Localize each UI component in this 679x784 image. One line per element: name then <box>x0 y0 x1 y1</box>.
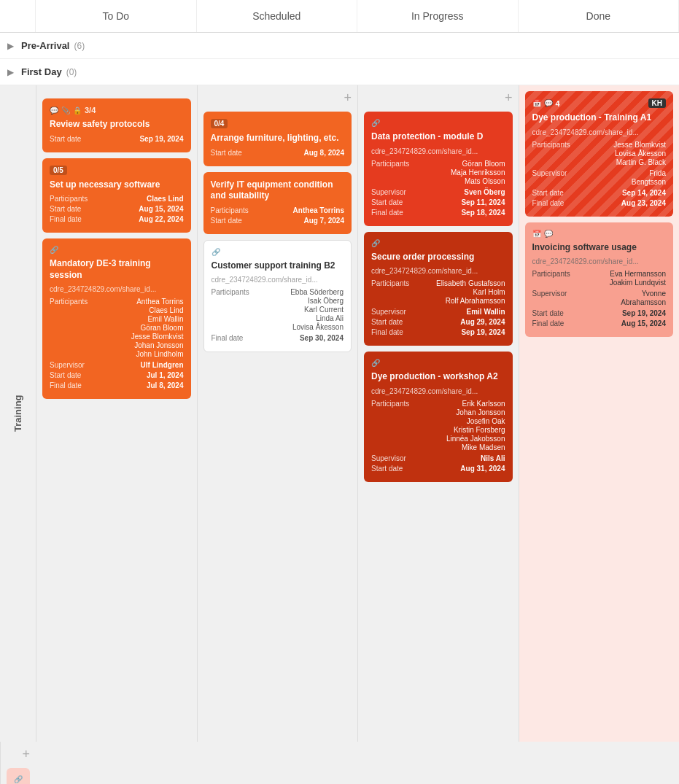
start-value-5: Aug 7, 2024 <box>303 217 344 225</box>
card-icons-4: 0/4 <box>211 119 345 128</box>
kh-badge: KH <box>648 98 666 108</box>
supervisor-label-7: Supervisor <box>371 188 406 196</box>
progress-badge: 0/5 <box>50 166 67 175</box>
card-final-row-8: Final date Sep 19, 2024 <box>371 328 505 336</box>
participants-label-5: Participants <box>211 206 249 214</box>
supervisor-value-10: FridaBengtsson <box>632 169 666 187</box>
participants-label-7: Participants <box>371 160 409 168</box>
card-title-5: Verify IT equipment condition and suitab… <box>211 179 345 202</box>
start-value-4: Aug 8, 2024 <box>303 149 344 157</box>
start-label-5: Start date <box>211 217 242 225</box>
card-arrange-furniture[interactable]: 0/4 Arrange furniture, lighting, etc. St… <box>203 112 352 166</box>
card-url-3: cdre_234724829.com/share_id... <box>50 285 184 293</box>
chat-icon-11: 💬 <box>544 230 553 238</box>
card-final-row-7: Final date Sep 18, 2024 <box>371 209 505 217</box>
header-in-progress: In Progress <box>357 0 519 32</box>
card-participants-row-7: Participants Göran BloomMaja HenrikssonM… <box>371 160 505 186</box>
card-title-8: Secure order processing <box>371 252 505 263</box>
card-icons-12: 🔗 <box>14 775 23 783</box>
card-icons-2: 0/5 <box>50 166 184 175</box>
card-dgw-workshop-1[interactable]: 🔗 DGW-system workshop C cdre_234724829.c… <box>7 768 30 784</box>
card-supervisor-row-11: Supervisor YvonneAbrahamsson <box>532 290 667 307</box>
section-first-day-count: (0) <box>66 67 77 77</box>
final-value-11: Aug 15, 2024 <box>621 319 666 327</box>
card-icons-8: 🔗 <box>371 239 505 247</box>
card-final-row-10: Final date Aug 23, 2024 <box>532 199 667 207</box>
final-value-10: Aug 23, 2024 <box>621 199 666 207</box>
participants-label: Participants <box>50 195 88 203</box>
card-mandatory-de3[interactable]: 🔗 Mandatory DE-3 training session cdre_2… <box>42 238 191 399</box>
start-label-11: Start date <box>532 309 564 317</box>
chevron-right-icon: ▶ <box>7 41 14 51</box>
card-start-row-4: Start date Aug 8, 2024 <box>211 149 345 157</box>
card-title-11: Invoicing software usage <box>532 242 667 254</box>
final-label-10: Final date <box>532 199 564 207</box>
card-verify-it[interactable]: Verify IT equipment condition and suitab… <box>203 172 352 234</box>
card-supervisor-row-10: Supervisor FridaBengtsson <box>532 169 667 187</box>
card-invoicing[interactable]: 📅 💬 Invoicing software usage cdre_234724… <box>525 222 674 338</box>
supervisor-value-3: Ulf Lindgren <box>141 361 184 369</box>
supervisor-label-8: Supervisor <box>371 308 406 316</box>
progress-icon: 🔒 <box>73 106 82 115</box>
card-data-protection[interactable]: 🔗 Data protection - module D cdre_234724… <box>364 112 513 226</box>
final-label-8: Final date <box>371 328 403 336</box>
section-first-day[interactable]: ▶ First Day (0) <box>0 59 679 85</box>
start-value-2: Aug 15, 2024 <box>139 205 183 213</box>
card-participants-row-3: Participants Anthea TorrinsClaes LindEmi… <box>50 298 184 359</box>
start-value-8: Aug 29, 2024 <box>460 318 505 326</box>
link-icon-6: 🔗 <box>212 248 220 256</box>
card-icons-9: 🔗 <box>371 359 505 367</box>
card-title-2: Set up necessary software <box>50 179 184 191</box>
card-title-4: Arrange furniture, lighting, etc. <box>211 133 345 144</box>
card-supervisor-row-3: Supervisor Ulf Lindgren <box>50 361 184 369</box>
participants-list-8: Elisabeth GustafssonKarl HolmRolf Abraha… <box>436 279 505 306</box>
participants-label-9: Participants <box>371 400 409 408</box>
add-done-button[interactable]: + <box>22 748 30 761</box>
card-start-row-10: Start date Sep 14, 2024 <box>532 189 667 197</box>
card-dye-production-a1[interactable]: 📅 💬 4 KH Dye production - Training A1 cd… <box>525 91 674 217</box>
done-col-header: + <box>7 748 30 761</box>
card-supervisor-row-8: Supervisor Emil Wallin <box>371 308 505 316</box>
final-label-11: Final date <box>532 319 564 327</box>
start-value-3: Jul 1, 2024 <box>147 371 184 379</box>
card-supervisor-row-9: Supervisor Nils Ali <box>371 454 505 462</box>
card-dye-production-a2[interactable]: 🔗 Dye production - workshop A2 cdre_2347… <box>364 352 513 482</box>
start-label-4: Start date <box>211 149 242 157</box>
add-todo2-button[interactable]: + <box>344 91 352 104</box>
participants-list-3: Anthea TorrinsClaes LindEmil Wallin Göra… <box>131 298 184 359</box>
section-pre-arrival[interactable]: ▶ Pre-Arrival (6) <box>0 33 679 59</box>
start-label-9: Start date <box>371 465 403 473</box>
card-setup-software[interactable]: 0/5 Set up necessary software Participan… <box>42 158 191 233</box>
link-icon-7: 🔗 <box>371 119 380 127</box>
supervisor-value-9: Nils Ali <box>481 454 505 462</box>
card-start-row-9: Start date Aug 31, 2024 <box>371 465 505 473</box>
todo-col2-header: + <box>203 91 352 104</box>
participants-list-10: Jesse BlomkvistLovisa ÅkessonMartin G. B… <box>613 141 666 167</box>
card-customer-support[interactable]: 🔗 Customer support training B2 cdre_2347… <box>203 240 352 353</box>
link-icon-12: 🔗 <box>14 775 23 783</box>
scheduled-col-header: + <box>364 91 513 104</box>
participants-label-3: Participants <box>50 298 88 306</box>
supervisor-label-11: Supervisor <box>532 290 567 298</box>
in-progress-col: 📅 💬 4 KH Dye production - Training A1 cd… <box>519 85 680 742</box>
header-scheduled: Scheduled <box>197 0 358 32</box>
start-value-10: Sep 14, 2024 <box>622 189 666 197</box>
participants-list-11: Eva HermanssonJoakim Lundqvist <box>610 270 666 287</box>
supervisor-label-10: Supervisor <box>532 169 567 177</box>
section-first-day-label: First Day <box>21 66 62 77</box>
card-url-8: cdre_234724829.com/share_id... <box>371 267 505 275</box>
participants-list-7: Göran BloomMaja HenrikssonMats Olsson <box>451 160 505 186</box>
add-scheduled-button[interactable]: + <box>505 91 513 104</box>
card-review-safety[interactable]: 💬 📎 🔒 3/4 Review safety protocols Start … <box>42 98 191 152</box>
card-url-7: cdre_234724829.com/share_id... <box>371 147 505 155</box>
participants-label-11: Participants <box>532 270 570 278</box>
card-participants-row-5: Participants Anthea Torrins <box>211 206 345 214</box>
participants-label-8: Participants <box>371 279 409 287</box>
start-label: Start date <box>50 135 81 143</box>
card-participants-row-6: Participants Ebba SöderbergIsak ÖbergKar… <box>212 288 344 332</box>
card-secure-order[interactable]: 🔗 Secure order processing cdre_234724829… <box>364 232 513 346</box>
supervisor-value-8: Emil Wallin <box>467 308 505 316</box>
start-value: Sep 19, 2024 <box>139 135 183 143</box>
card-url-11: cdre_234724829.com/share_id... <box>532 257 667 265</box>
card-url-6: cdre_234724829.com/share_id... <box>212 276 344 284</box>
